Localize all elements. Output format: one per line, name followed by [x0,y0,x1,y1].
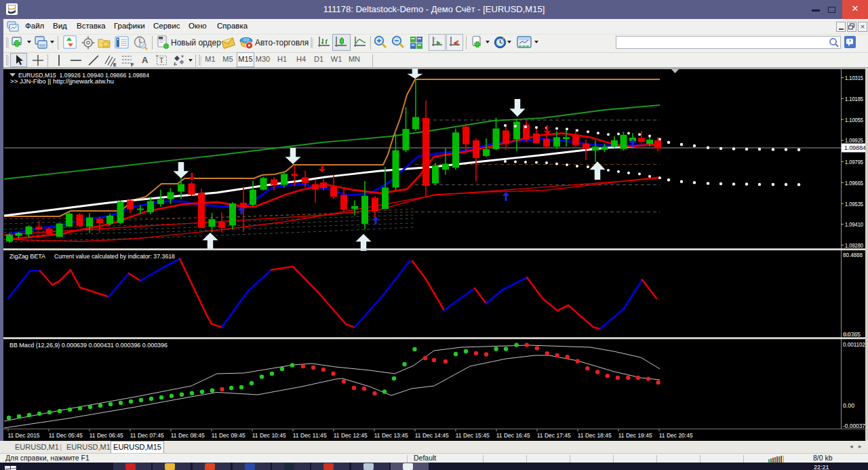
svg-text:1.09410: 1.09410 [845,220,863,228]
svg-text:Current value calculated by in: Current value calculated by indicator: 3… [54,252,175,260]
svg-text:F: F [131,62,134,67]
svg-text:11 Dec 07:45: 11 Dec 07:45 [130,432,164,439]
svg-text:1.10055: 1.10055 [845,116,863,123]
svg-text:ZigZag BETA: ZigZag BETA [9,252,46,260]
svg-text:11 Dec 16:45: 11 Dec 16:45 [496,432,530,439]
svg-text:11 Dec 20:45: 11 Dec 20:45 [659,432,693,439]
svg-text:80.4888: 80.4888 [843,251,863,258]
svg-text:1.09925: 1.09925 [845,136,863,144]
svg-text:11 Dec 17:45: 11 Dec 17:45 [537,432,571,439]
svg-text:E: E [113,62,117,67]
svg-text:-0.00037: -0.00037 [843,422,865,429]
svg-text:11 Dec 19:45: 11 Dec 19:45 [618,432,652,439]
svg-text:1.09884: 1.09884 [844,144,866,151]
svg-text:11 Dec 06:45: 11 Dec 06:45 [90,432,123,439]
svg-text:1.10315: 1.10315 [845,74,863,81]
svg-text:0.001102: 0.001102 [843,340,865,348]
svg-text:11 Dec 18:45: 11 Dec 18:45 [578,432,612,439]
svg-text:11 Dec 12:45: 11 Dec 12:45 [334,432,368,439]
svg-text:BB Macd (12,26,9) 0.000639 0.0: BB Macd (12,26,9) 0.000639 0.000431 0.00… [9,341,167,349]
svg-text:11 Dec 13:45: 11 Dec 13:45 [374,432,408,439]
svg-text:1.10185: 1.10185 [845,95,863,102]
svg-text:1.09535: 1.09535 [845,200,863,208]
svg-text:11 Dec 09:45: 11 Dec 09:45 [212,432,245,439]
svg-text:1.09280: 1.09280 [845,241,863,249]
svg-text:11 Dec 10:45: 11 Dec 10:45 [252,432,286,439]
svg-text:11 Dec 2015: 11 Dec 2015 [8,432,40,439]
svg-text:T: T [159,57,163,64]
svg-text:80.17: 80.17 [844,330,859,338]
svg-text:1.09665: 1.09665 [845,179,863,187]
svg-text:1.09795: 1.09795 [845,158,863,165]
svg-text:11 Dec 05:45: 11 Dec 05:45 [49,432,83,439]
svg-text:0.00: 0.00 [843,402,854,409]
svg-text:11 Dec 11:45: 11 Dec 11:45 [293,432,327,439]
svg-text:11 Dec 14:45: 11 Dec 14:45 [415,432,449,439]
svg-text:11 Dec 15:45: 11 Dec 15:45 [456,432,490,439]
svg-text:>> JJN-Fibo || http://jjnewark: >> JJN-Fibo || http://jjnewark.atw.hu [10,78,114,85]
svg-text:11 Dec 08:45: 11 Dec 08:45 [171,432,205,439]
